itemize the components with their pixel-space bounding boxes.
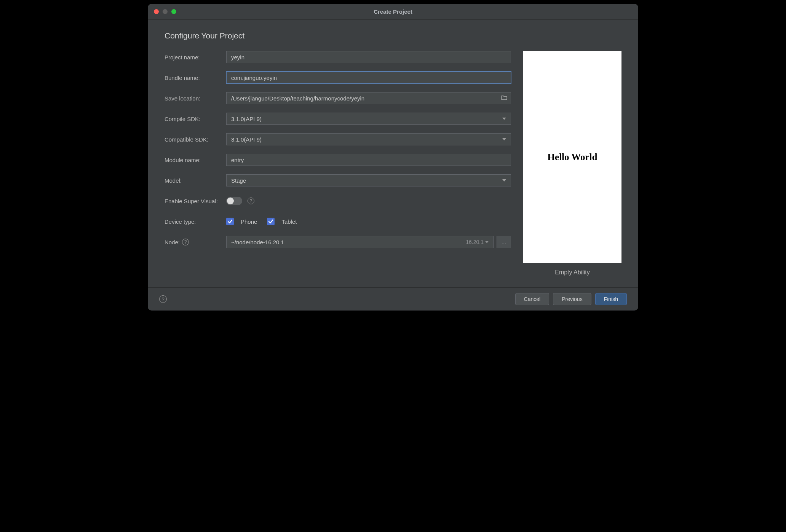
node-path-select[interactable]: ~/node/node-16.20.1 16.20.1 [226,236,494,248]
form-column: Project name: Bundle name: Save location… [165,51,511,276]
project-name-input[interactable] [226,51,511,63]
checkbox-phone[interactable] [226,218,234,225]
titlebar: Create Project [148,4,638,20]
compile-sdk-value: 3.1.0(API 9) [231,116,262,122]
compatible-sdk-select[interactable]: 3.1.0(API 9) [226,133,511,145]
checkbox-tablet-label: Tablet [281,218,297,225]
row-compatible-sdk: Compatible SDK: 3.1.0(API 9) [165,133,511,145]
bundle-name-input[interactable] [226,72,511,84]
model-value: Stage [231,177,246,184]
page-title: Configure Your Project [165,31,621,40]
checkbox-tablet[interactable] [267,218,275,225]
node-version: 16.20.1 [466,239,489,245]
close-icon[interactable] [154,9,159,14]
dialog-footer: ? Cancel Previous Finish [148,287,638,311]
help-icon[interactable]: ? [159,295,167,303]
node-path-value: ~/node/node-16.20.1 [231,239,284,245]
save-location-input[interactable] [226,92,511,104]
dialog-content: Configure Your Project Project name: Bun… [148,20,638,276]
preview-content: Hello World [548,152,597,162]
label-bundle-name: Bundle name: [165,75,226,81]
node-browse-button[interactable]: ... [497,236,511,248]
window-title: Create Project [148,8,638,15]
enable-super-visual-toggle[interactable] [226,197,242,205]
row-model: Model: Stage [165,174,511,186]
help-icon[interactable]: ? [182,239,189,245]
preview-frame: Hello World [523,51,621,263]
toggle-knob [227,198,234,204]
checkbox-phone-label: Phone [241,218,257,225]
row-enable-super-visual: Enable Super Visual: ? [165,195,511,207]
row-save-location: Save location: [165,92,511,104]
label-project-name: Project name: [165,54,226,61]
module-name-input[interactable] [226,154,511,166]
previous-button[interactable]: Previous [553,293,591,305]
chevron-down-icon [502,118,506,120]
label-device-type: Device type: [165,218,226,225]
preview-caption: Empty Ability [555,269,590,276]
row-compile-sdk: Compile SDK: 3.1.0(API 9) [165,113,511,125]
label-enable-super-visual: Enable Super Visual: [165,198,226,204]
label-module-name: Module name: [165,157,226,163]
label-model: Model: [165,177,226,184]
label-save-location: Save location: [165,95,226,102]
compatible-sdk-value: 3.1.0(API 9) [231,136,262,143]
row-module-name: Module name: [165,154,511,166]
row-device-type: Device type: Phone Tablet [165,215,511,228]
dialog-window: Create Project Configure Your Project Pr… [148,4,638,311]
preview-column: Hello World Empty Ability [523,51,621,276]
window-controls [148,9,176,14]
label-compatible-sdk: Compatible SDK: [165,136,226,143]
label-node: Node: ? [165,239,226,245]
row-project-name: Project name: [165,51,511,63]
help-icon[interactable]: ? [248,198,254,204]
compile-sdk-select[interactable]: 3.1.0(API 9) [226,113,511,125]
chevron-down-icon [502,138,506,140]
row-node: Node: ? ~/node/node-16.20.1 16.20.1 [165,236,511,248]
row-bundle-name: Bundle name: [165,72,511,84]
cancel-button[interactable]: Cancel [515,293,550,305]
chevron-down-icon [502,179,506,182]
model-select[interactable]: Stage [226,174,511,186]
label-compile-sdk: Compile SDK: [165,116,226,122]
maximize-icon[interactable] [171,9,176,14]
finish-button[interactable]: Finish [595,293,627,305]
minimize-icon[interactable] [163,9,168,14]
